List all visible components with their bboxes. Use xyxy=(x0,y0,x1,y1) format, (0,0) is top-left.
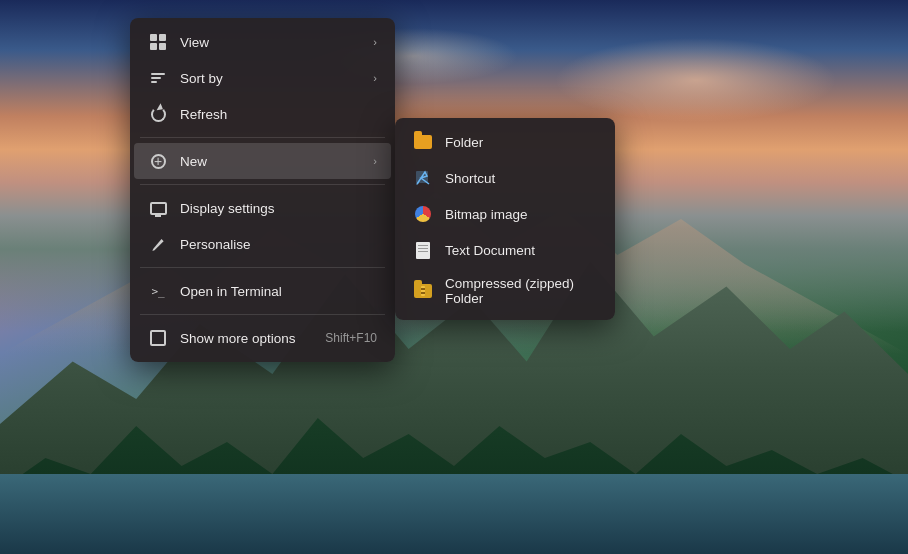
menu-item-terminal[interactable]: >_ Open in Terminal xyxy=(134,273,391,309)
submenu-item-folder[interactable]: Folder xyxy=(399,124,611,160)
menu-item-display-settings[interactable]: Display settings xyxy=(134,190,391,226)
submenu-item-bitmap[interactable]: Bitmap image xyxy=(399,196,611,232)
water-layer xyxy=(0,474,908,554)
submenu-bitmap-label: Bitmap image xyxy=(445,207,528,222)
pencil-icon xyxy=(148,234,168,254)
menu-item-display-settings-label: Display settings xyxy=(180,201,377,216)
context-menu: View › Sort by › Refresh New › xyxy=(130,18,395,362)
bitmap-icon xyxy=(413,204,433,224)
view-arrow-icon: › xyxy=(373,36,377,48)
submenu-text-doc-label: Text Document xyxy=(445,243,535,258)
menu-item-refresh-label: Refresh xyxy=(180,107,377,122)
menu-item-terminal-label: Open in Terminal xyxy=(180,284,377,299)
menu-item-view-label: View xyxy=(180,35,361,50)
separator-2 xyxy=(140,184,385,185)
sort-icon xyxy=(148,68,168,88)
menu-item-show-more[interactable]: Show more options Shift+F10 xyxy=(134,320,391,356)
refresh-icon xyxy=(148,104,168,124)
folder-icon xyxy=(413,132,433,152)
menu-item-sort-by[interactable]: Sort by › xyxy=(134,60,391,96)
show-more-shortcut: Shift+F10 xyxy=(325,331,377,345)
sort-arrow-icon: › xyxy=(373,72,377,84)
separator-3 xyxy=(140,267,385,268)
text-doc-icon xyxy=(413,240,433,260)
zip-folder-icon xyxy=(413,281,433,301)
terminal-icon: >_ xyxy=(148,281,168,301)
menu-item-sort-by-label: Sort by xyxy=(180,71,361,86)
menu-item-personalise[interactable]: Personalise xyxy=(134,226,391,262)
submenu-new: Folder Shortcut Bitmap image Text Docume… xyxy=(395,118,615,320)
new-arrow-icon: › xyxy=(373,155,377,167)
submenu-zip-folder-label: Compressed (zipped) Folder xyxy=(445,276,597,306)
grid-icon xyxy=(148,32,168,52)
menu-item-refresh[interactable]: Refresh xyxy=(134,96,391,132)
submenu-folder-label: Folder xyxy=(445,135,483,150)
submenu-item-shortcut[interactable]: Shortcut xyxy=(399,160,611,196)
submenu-item-text-document[interactable]: Text Document xyxy=(399,232,611,268)
submenu-item-zip-folder[interactable]: Compressed (zipped) Folder xyxy=(399,268,611,314)
menu-item-view[interactable]: View › xyxy=(134,24,391,60)
separator-4 xyxy=(140,314,385,315)
submenu-shortcut-label: Shortcut xyxy=(445,171,495,186)
new-icon xyxy=(148,151,168,171)
menu-item-personalise-label: Personalise xyxy=(180,237,377,252)
menu-item-show-more-label: Show more options xyxy=(180,331,313,346)
menu-item-new[interactable]: New › xyxy=(134,143,391,179)
shortcut-icon xyxy=(413,168,433,188)
separator-1 xyxy=(140,137,385,138)
more-options-icon xyxy=(148,328,168,348)
display-icon xyxy=(148,198,168,218)
menu-item-new-label: New xyxy=(180,154,361,169)
